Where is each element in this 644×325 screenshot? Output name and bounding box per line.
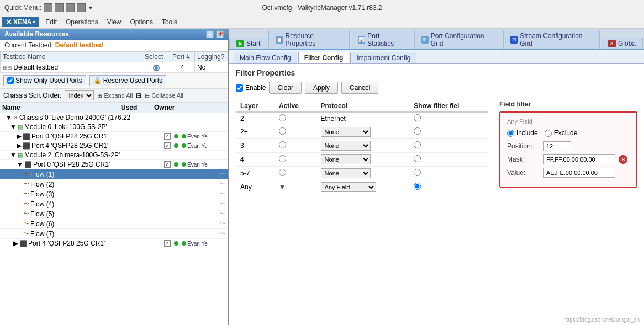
- module-icon: ▦: [18, 124, 23, 131]
- list-item[interactable]: 〜 Flow (3) 〜: [0, 189, 228, 199]
- tab-port-config-grid[interactable]: ⊞ Port Configuration Grid: [414, 30, 502, 49]
- enable-checkbox[interactable]: [236, 84, 243, 92]
- show-filter-any[interactable]: [414, 183, 421, 190]
- port-owner: Evan Ye: [187, 134, 226, 140]
- protocol-cell[interactable]: Any Field: [316, 180, 410, 194]
- quick-icon-1[interactable]: [44, 3, 52, 12]
- tab-resource-properties[interactable]: 📋 Resource Properties: [268, 30, 350, 49]
- quick-icon-4[interactable]: [77, 3, 86, 12]
- protocol-cell[interactable]: None: [316, 125, 410, 139]
- active-cell[interactable]: ▼: [275, 180, 316, 194]
- collapse-all-btn[interactable]: Collapse All: [145, 92, 183, 99]
- layer57-radio[interactable]: [279, 169, 286, 176]
- list-item[interactable]: ▼ ▦ Module 0 'Loki-100G-5S-2P': [0, 122, 228, 132]
- layer3-radio[interactable]: [279, 141, 286, 148]
- port-name: Port 4 'QSFP28 25G CR1': [31, 142, 163, 150]
- protocol-cell[interactable]: None: [316, 139, 410, 153]
- apply-button[interactable]: Apply: [305, 82, 338, 94]
- protocol-select-57[interactable]: None: [321, 168, 371, 178]
- show-filter-cell[interactable]: [409, 139, 488, 153]
- expand-all-btn[interactable]: Expand All: [97, 92, 133, 99]
- exclude-radio-label[interactable]: Exclude: [545, 129, 578, 137]
- active-cell[interactable]: [275, 139, 316, 153]
- show-filter-cell[interactable]: [409, 153, 488, 167]
- port-checkbox[interactable]: [164, 161, 171, 168]
- active-cell[interactable]: [275, 125, 316, 139]
- module-name: Module 0 'Loki-100G-5S-2P': [24, 123, 226, 131]
- cancel-button[interactable]: Cancel: [341, 82, 378, 94]
- header-btn-minus[interactable]: –: [206, 30, 214, 38]
- port-checkbox[interactable]: [164, 133, 171, 140]
- list-item[interactable]: 〜 Flow (4) 〜: [0, 199, 228, 209]
- active-cell[interactable]: [275, 153, 316, 167]
- list-item[interactable]: ▼ ✕ Chassis 0 'Live Demo 2400G' (176.22: [0, 113, 228, 122]
- reserve-used-ports-btn[interactable]: 🔒 Reserve Used Ports: [89, 75, 166, 86]
- port-checkbox[interactable]: [164, 142, 171, 149]
- header-btn-pin[interactable]: 📌: [216, 30, 224, 38]
- show-filter-3[interactable]: [414, 141, 421, 148]
- position-input[interactable]: [543, 141, 571, 151]
- table-row: 4 None: [236, 153, 488, 167]
- menu-operations[interactable]: Operations: [61, 17, 103, 27]
- list-item[interactable]: 〜 Flow (5) 〜: [0, 209, 228, 219]
- protocol-cell[interactable]: None: [316, 153, 410, 167]
- list-item[interactable]: ▶ ⬛ Port 4 'QSFP28 25G CR1' Evan Ye: [0, 239, 228, 248]
- menu-view[interactable]: View: [103, 17, 126, 27]
- tab-stream-config-grid[interactable]: ⊟ Stream Configuration Grid: [503, 30, 600, 49]
- show-filter-2plus[interactable]: [414, 127, 421, 135]
- menu-edit[interactable]: Edit: [41, 17, 61, 27]
- port-checkbox[interactable]: [164, 240, 171, 247]
- mask-input[interactable]: [543, 154, 615, 164]
- protocol-select-2plus[interactable]: None: [321, 127, 371, 137]
- protocol-select-3[interactable]: None: [321, 141, 371, 151]
- show-filter-cell[interactable]: [409, 125, 488, 139]
- exclude-radio[interactable]: [545, 130, 552, 137]
- testbed-select-cell[interactable]: [142, 62, 170, 73]
- active-cell[interactable]: [275, 112, 316, 125]
- include-radio-label[interactable]: Include: [507, 129, 538, 137]
- show-filter-cell[interactable]: [409, 180, 488, 194]
- show-ports-checkbox[interactable]: [7, 77, 14, 84]
- quick-icon-2[interactable]: [55, 3, 64, 12]
- list-item[interactable]: 〜 Flow (1) 〜: [0, 169, 228, 179]
- sort-select[interactable]: Index: [65, 90, 94, 100]
- menu-tools[interactable]: Tools: [157, 17, 182, 27]
- subtab-main-flow[interactable]: Main Flow Config: [234, 52, 297, 63]
- tab-start[interactable]: ▶ Start: [229, 38, 267, 49]
- show-filter-cell[interactable]: [409, 167, 488, 180]
- include-radio[interactable]: [507, 130, 514, 137]
- layer4-radio[interactable]: [279, 155, 286, 162]
- subtab-impairment[interactable]: Impairment Config: [350, 52, 416, 63]
- list-item[interactable]: 〜 Flow (2) 〜: [0, 179, 228, 189]
- list-item[interactable]: ▶ ⬛ Port 4 'QSFP28 25G CR1' Evan Ye: [0, 141, 228, 151]
- testbed-radio[interactable]: [153, 65, 160, 71]
- list-item[interactable]: ▶ ⬛ Port 0 'QSFP28 25G CR1' Evan Ye: [0, 132, 228, 141]
- list-item[interactable]: 〜 Flow (7) 〜: [0, 229, 228, 239]
- layer2-radio[interactable]: [279, 114, 286, 121]
- protocol-select-4[interactable]: None: [321, 154, 371, 164]
- logo[interactable]: ✕ XENA ▾: [2, 17, 39, 27]
- layer2plus-radio[interactable]: [279, 127, 286, 135]
- list-item[interactable]: ▼ ▦ Module 2 'Chimera-100G-5S-2P': [0, 151, 228, 160]
- quick-icon-3[interactable]: [66, 3, 75, 12]
- list-item[interactable]: 〜 Flow (6) 〜: [0, 219, 228, 229]
- show-used-ports-btn[interactable]: Show Only Used Ports: [3, 75, 86, 86]
- subtab-filter-config[interactable]: Filter Config: [298, 52, 350, 63]
- list-item[interactable]: ▼ ⬛ Port 0 'QSFP28 25G CR1' Evan Ye: [0, 160, 228, 169]
- protocol-select-any[interactable]: Any Field: [321, 182, 376, 192]
- show-filter-57[interactable]: [414, 169, 421, 176]
- active-cell[interactable]: [275, 167, 316, 180]
- menu-options[interactable]: Options: [126, 17, 157, 27]
- protocol-cell[interactable]: None: [316, 167, 410, 180]
- enable-checkbox-group[interactable]: Enable: [236, 84, 266, 92]
- tab-port-stats[interactable]: 📊 Port Statistics: [351, 30, 413, 49]
- mask-remove-btn[interactable]: ✕: [619, 155, 627, 164]
- clear-button[interactable]: Clear: [269, 82, 302, 94]
- show-filter-4[interactable]: [414, 155, 421, 162]
- tree-container[interactable]: ▼ ✕ Chassis 0 'Live Demo 2400G' (176.22 …: [0, 113, 228, 325]
- value-input[interactable]: [543, 168, 615, 178]
- tab-global[interactable]: ✕ Globa: [601, 38, 643, 49]
- logo-dropdown[interactable]: ▾: [33, 19, 35, 25]
- show-filter-2[interactable]: [414, 114, 421, 121]
- show-filter-cell[interactable]: [409, 112, 488, 125]
